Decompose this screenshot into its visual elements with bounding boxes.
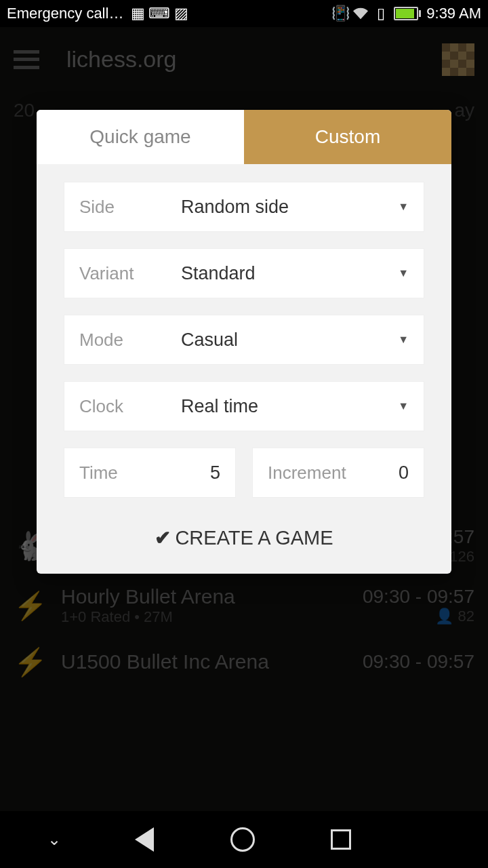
status-time: 9:39 AM	[426, 5, 481, 22]
time-field[interactable]: Time 5	[64, 448, 236, 498]
battery-icon	[394, 7, 421, 20]
increment-value: 0	[399, 462, 409, 484]
increment-label: Increment	[268, 462, 380, 484]
variant-select[interactable]: Variant Standard ▼	[64, 248, 424, 298]
chevron-down-icon: ▼	[398, 201, 409, 213]
nav-chevron-icon[interactable]: ⌄	[47, 830, 61, 849]
android-icon: ▦	[130, 6, 145, 21]
check-icon: ✔	[155, 526, 171, 549]
mode-label: Mode	[79, 330, 181, 351]
nav-home-button[interactable]	[228, 825, 258, 854]
time-label: Time	[79, 462, 118, 484]
variant-value: Standard	[181, 263, 398, 284]
mode-select[interactable]: Mode Casual ▼	[64, 315, 424, 365]
clock-select[interactable]: Clock Real time ▼	[64, 381, 424, 431]
side-select[interactable]: Side Random side ▼	[64, 182, 424, 232]
increment-field[interactable]: Increment 0	[252, 448, 424, 498]
nav-recent-button[interactable]	[326, 825, 356, 854]
system-nav-bar: ⌄	[0, 811, 488, 868]
tab-custom[interactable]: Custom	[244, 110, 451, 164]
clock-value: Real time	[181, 396, 398, 417]
clock-label: Clock	[79, 396, 181, 417]
vibrate-icon: 📳	[333, 6, 348, 21]
tab-quick-game[interactable]: Quick game	[37, 110, 244, 164]
create-game-button[interactable]: ✔CREATE A GAME	[64, 511, 424, 549]
mode-value: Casual	[181, 330, 398, 351]
side-value: Random side	[181, 197, 398, 218]
status-bar: Emergency call… ▦ ⌨ ▨ 📳 ▯ 9:39 AM	[0, 0, 488, 27]
time-value: 5	[210, 462, 220, 484]
chevron-down-icon: ▼	[398, 334, 409, 346]
nav-back-button[interactable]	[129, 825, 159, 854]
side-label: Side	[79, 197, 181, 218]
chevron-down-icon: ▼	[398, 267, 409, 279]
status-carrier-text: Emergency call…	[7, 5, 123, 22]
variant-label: Variant	[79, 263, 181, 284]
picture-icon: ▨	[174, 6, 188, 21]
game-setup-modal: Quick game Custom Side Random side ▼ Var…	[37, 110, 451, 574]
keyboard-icon: ⌨	[152, 6, 167, 21]
sim-icon: ▯	[373, 6, 388, 21]
modal-tabs: Quick game Custom	[37, 110, 451, 164]
wifi-icon	[353, 6, 368, 21]
chevron-down-icon: ▼	[398, 400, 409, 412]
